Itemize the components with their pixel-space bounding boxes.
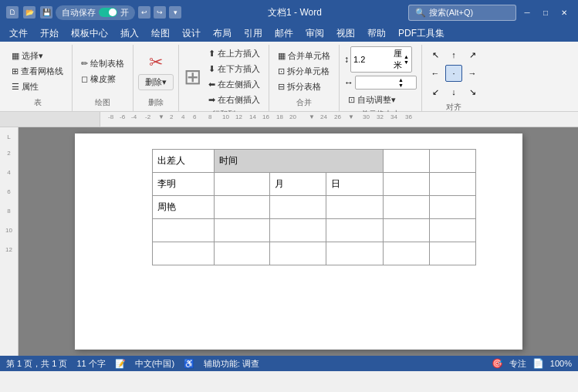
select-button[interactable]: ▦ 选择▾ — [8, 49, 67, 63]
table-cell[interactable] — [429, 219, 475, 242]
insert-below-button[interactable]: ⬇ 在下方插入 — [204, 62, 264, 76]
table-cell[interactable] — [383, 242, 429, 265]
document-area[interactable]: 出差人 时间 李明 月 日 周艳 — [19, 127, 578, 356]
eraser-button[interactable]: ◻ 橡皮擦 — [77, 72, 128, 86]
menu-home[interactable]: 开始 — [34, 25, 65, 42]
table-cell[interactable] — [214, 242, 270, 265]
word-count: 11 个字 — [76, 358, 105, 370]
gridlines-icon: ⊞ — [12, 66, 19, 76]
col-width-input[interactable]: ▲ ▼ — [355, 76, 417, 90]
table-cell[interactable]: 出差人 — [152, 150, 214, 173]
draw-table-button[interactable]: ✏ 绘制表格 — [77, 56, 128, 71]
auto-fit-button[interactable]: ⊡ 自动调整▾ — [344, 93, 417, 107]
menu-template[interactable]: 模板中心 — [65, 25, 114, 42]
col-width-value[interactable] — [358, 78, 397, 87]
split-table-label: 拆分表格 — [287, 81, 321, 93]
menu-insert[interactable]: 插入 — [114, 25, 145, 42]
row-height-value[interactable] — [353, 55, 392, 64]
undo-icon[interactable]: ↩ — [138, 6, 150, 19]
row-height-icon: ↕ — [344, 54, 349, 65]
table-cell[interactable] — [383, 150, 429, 173]
focus-icon[interactable]: 🎯 — [492, 358, 503, 369]
table-cell[interactable]: 月 — [270, 173, 326, 196]
table-cell[interactable] — [429, 196, 475, 219]
table-cell[interactable] — [214, 219, 270, 242]
group-rows-cols-content: ⊞ ⬆ 在上方插入 ⬇ 在下方插入 ⬅ 在左侧插入 — [184, 46, 264, 107]
align-top-center[interactable]: ↑ — [445, 46, 462, 63]
merge-cells-button[interactable]: ▦ 合并单元格 — [274, 49, 334, 63]
focus-label[interactable]: 专注 — [509, 358, 526, 370]
menu-help[interactable]: 帮助 — [361, 25, 392, 42]
align-bottom-right[interactable]: ↘ — [464, 83, 481, 100]
view-gridlines-button[interactable]: ⊞ 查看网格线 — [8, 64, 67, 79]
redo-icon[interactable]: ↪ — [154, 6, 166, 19]
table-cell[interactable] — [270, 196, 326, 219]
menu-layout[interactable]: 布局 — [207, 25, 238, 42]
align-bottom-center[interactable]: ↓ — [445, 83, 462, 100]
menu-review[interactable]: 审阅 — [299, 25, 330, 42]
align-bottom-left[interactable]: ↙ — [427, 83, 444, 100]
align-top-left[interactable]: ↖ — [427, 46, 444, 63]
menu-pdf[interactable]: PDF工具集 — [392, 25, 451, 42]
align-middle-center[interactable]: · — [445, 65, 462, 82]
group-delete-content: ✂ 删除▾ — [138, 46, 174, 96]
menu-mailings[interactable]: 邮件 — [269, 25, 299, 42]
insert-above-button[interactable]: ⬆ 在上方插入 — [204, 46, 264, 61]
delete-button[interactable]: 删除▾ — [138, 74, 174, 90]
row-height-down[interactable]: ▼ — [404, 59, 409, 65]
split-cells-button[interactable]: ⊡ 拆分单元格 — [274, 64, 334, 79]
table-cell[interactable] — [326, 219, 383, 242]
properties-button[interactable]: ☰ 属性 — [8, 79, 67, 94]
align-top-right[interactable]: ↗ — [464, 46, 481, 63]
split-table-button[interactable]: ⊟ 拆分表格 — [274, 79, 334, 94]
menu-references[interactable]: 引用 — [238, 25, 269, 42]
titlebar-center: 文档1 - Word — [268, 6, 322, 19]
table-row: 出差人 时间 — [152, 150, 475, 173]
row-height-up[interactable]: ▲ — [404, 54, 409, 59]
maximize-button[interactable]: □ — [538, 5, 553, 20]
table-cell[interactable] — [383, 173, 429, 196]
col-width-spinners[interactable]: ▲ ▼ — [398, 77, 404, 88]
table-cell[interactable] — [152, 219, 214, 242]
table-cell[interactable] — [429, 242, 475, 265]
table-cell[interactable]: 李明 — [152, 173, 214, 196]
row-height-input[interactable]: 厘米 ▲ ▼ — [350, 46, 412, 73]
menu-file[interactable]: 文件 — [3, 25, 34, 42]
table-cell[interactable]: 周艳 — [152, 196, 214, 219]
search-box[interactable]: 🔍 搜索(Alt+Q) — [408, 5, 516, 21]
menu-design[interactable]: 设计 — [176, 25, 207, 42]
table-cell[interactable]: 时间 — [214, 150, 383, 173]
table-cell[interactable] — [270, 219, 326, 242]
menu-view[interactable]: 视图 — [330, 25, 361, 42]
table-cell[interactable] — [429, 150, 475, 173]
table-cell[interactable] — [383, 219, 429, 242]
align-middle-right[interactable]: → — [464, 65, 481, 82]
minimize-button[interactable]: ─ — [519, 5, 535, 20]
customize-qat-icon[interactable]: ▾ — [169, 6, 181, 19]
open-icon[interactable]: 📂 — [23, 6, 35, 19]
document-title: 文档1 - Word — [268, 6, 322, 19]
row-height-spinners[interactable]: ▲ ▼ — [404, 54, 409, 65]
insert-left-button[interactable]: ⬅ 在左侧插入 — [204, 77, 264, 92]
autosave-toggle[interactable]: 自动保存 开 — [56, 5, 135, 20]
document-table[interactable]: 出差人 时间 李明 月 日 周艳 — [152, 149, 476, 265]
table-cell[interactable] — [326, 242, 383, 265]
table-cell[interactable] — [429, 173, 475, 196]
view-mode-icon[interactable]: 📄 — [532, 358, 544, 369]
table-cell[interactable] — [383, 196, 429, 219]
menu-draw[interactable]: 绘图 — [145, 25, 176, 42]
table-cell[interactable] — [152, 242, 214, 265]
save-icon[interactable]: 💾 — [40, 6, 52, 19]
insert-right-button[interactable]: ➡ 在右侧插入 — [204, 93, 264, 107]
table-cell[interactable] — [326, 196, 383, 219]
col-width-up[interactable]: ▲ — [398, 77, 404, 83]
table-cell[interactable] — [270, 242, 326, 265]
new-file-icon[interactable]: 🗋 — [6, 6, 19, 19]
autosave-switch[interactable] — [99, 8, 117, 17]
align-middle-left[interactable]: ← — [427, 65, 444, 82]
table-cell[interactable]: 日 — [326, 173, 383, 196]
table-cell[interactable] — [214, 173, 270, 196]
col-width-down[interactable]: ▼ — [398, 83, 404, 88]
table-cell[interactable] — [214, 196, 270, 219]
close-button[interactable]: ✕ — [556, 5, 572, 20]
